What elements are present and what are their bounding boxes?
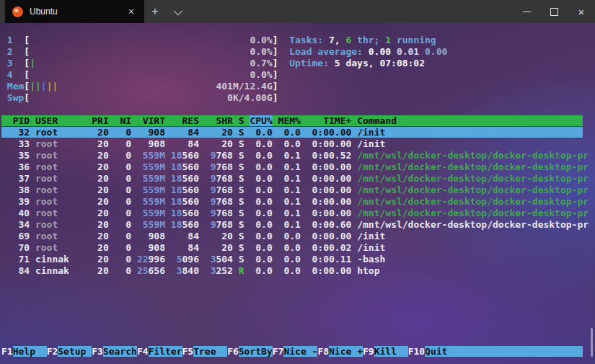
fkey-button[interactable]: F8 [317,346,329,357]
process-row-33[interactable]: 33 root 20 0 908 84 20 S 0.0 0.0 0:00.00… [1,138,385,150]
fkey-button[interactable] [459,346,583,357]
uptime: Uptime: 5 days, 07:08:02 [1,58,425,69]
maximize-button[interactable] [540,0,568,23]
column-header[interactable] [165,115,171,126]
process-row-38[interactable]: 38 root 20 0 559M 18560 9768 S 0.0 0.1 0… [1,185,589,196]
column-header[interactable]: PID [1,115,30,126]
fkey-button[interactable]: Kill [374,346,408,357]
tab-title: Ubuntu [30,6,119,17]
process-row-36[interactable]: 36 root 20 0 559M 18560 9768 S 0.0 0.1 0… [1,161,589,173]
column-header[interactable] [199,115,205,126]
title-bar: Ubuntu × + × [0,0,595,23]
function-key-bar[interactable]: F1Help F2Setup F3SearchF4FilterF5Tree F6… [1,346,583,358]
column-header[interactable] [351,115,357,126]
fkey-button[interactable]: SortBy [239,346,273,357]
fkey-button[interactable]: F5 [182,346,194,357]
fkey-button[interactable]: Search [103,346,137,357]
new-tab-button[interactable]: + [144,0,166,23]
column-header[interactable] [273,115,278,126]
tasks-summary: Tasks: 7, 6 thr; 1 running [1,35,436,46]
process-row-40[interactable]: 40 root 20 0 559M 18560 9768 S 0.0 0.1 0… [1,208,589,219]
column-header[interactable]: NI [115,115,131,126]
fkey-button[interactable]: Setup [58,346,92,357]
column-header[interactable]: RES [171,115,199,126]
fkey-button[interactable]: F6 [227,346,239,357]
fkey-button[interactable]: F9 [363,346,374,357]
fkey-button[interactable]: Quit [425,346,459,357]
column-header[interactable]: SHR [205,115,233,126]
scrollbar-thumb[interactable] [591,328,593,357]
column-header[interactable] [30,115,35,126]
terminal-tab-ubuntu[interactable]: Ubuntu × [5,0,144,23]
terminal-window: Ubuntu × + × 1 [ 0.0%] 2 [ 0.0%] [0,0,595,364]
fkey-button[interactable]: Tree [193,346,227,357]
fkey-button[interactable]: Help [13,346,47,357]
column-header[interactable] [131,115,137,126]
maximize-icon [550,8,558,16]
load-average: Load average: 0.00 0.01 0.00 [1,46,447,58]
fkey-button[interactable]: Filter [149,346,182,357]
window-close-button[interactable]: × [568,0,595,23]
column-header[interactable] [301,115,307,126]
column-header[interactable]: TIME+ [307,115,352,126]
cpu4-meter: 4 [ 0.0%] [1,69,278,81]
process-row-35[interactable]: 35 root 20 0 559M 18560 9768 S 0.0 0.1 0… [1,150,589,161]
swap-meter: Swp[ 0K/4.00G] [1,92,278,104]
column-header[interactable]: S [239,115,244,126]
column-header[interactable] [397,115,583,126]
fkey-button[interactable]: F7 [273,346,284,357]
fkey-button[interactable]: F1 [1,346,13,357]
column-header[interactable] [109,115,115,126]
fkey-button[interactable]: Nice - [283,346,317,357]
fkey-button[interactable]: Nice + [329,346,363,357]
tab-dropdown-button[interactable] [166,0,188,23]
fkey-button[interactable]: F3 [92,346,103,357]
process-row-34[interactable]: 34 root 20 0 559M 18560 9768 S 0.0 0.1 0… [1,219,589,231]
tab-close-icon[interactable]: × [125,5,137,18]
process-row-37[interactable]: 37 root 20 0 559M 18560 9768 S 0.0 0.1 0… [1,173,589,185]
process-row-70[interactable]: 70 root 20 0 908 84 20 S 0.0 0.0 0:00.02… [1,242,385,254]
memory-meter: Mem[||||| 401M/12.4G] [1,81,278,92]
process-row-69[interactable]: 69 root 20 0 908 84 20 S 0.0 0.0 0:00.00… [1,231,385,242]
minimize-icon [523,12,531,12]
process-row-84[interactable]: 84 cinnak 20 0 25656 3840 3252 R 0.0 0.0… [1,265,379,277]
minimize-button[interactable] [513,0,540,23]
column-header[interactable]: Command [357,115,397,126]
chevron-down-icon [173,6,182,15]
process-row-32[interactable]: 32 root 20 0 908 84 20 S 0.0 0.0 0:00.00… [1,127,583,138]
htop-terminal: 1 [ 0.0%] 2 [ 0.0%] 3 [| 0.7%] 4 [ 0.0%]… [0,23,595,364]
column-header[interactable]: PRI [92,115,108,126]
column-header[interactable]: VIRT [137,115,165,126]
column-header[interactable] [233,115,239,126]
column-header[interactable]: USER [35,115,86,126]
ubuntu-logo-icon [12,6,23,17]
fkey-button[interactable]: F4 [137,346,149,357]
fkey-button[interactable]: F2 [47,346,58,357]
fkey-button[interactable]: F10 [408,346,425,357]
column-header[interactable]: CPU% [250,115,272,126]
process-row-71[interactable]: 71 cinnak 20 0 22996 5096 3504 S 0.0 0.0… [1,254,385,265]
column-header[interactable]: MEM% [278,115,301,126]
table-header[interactable]: PID USER PRI NI VIRT RES SHR S CPU% MEM%… [1,115,583,127]
process-row-39[interactable]: 39 root 20 0 559M 18560 9768 S 0.0 0.1 0… [1,196,589,208]
title-bar-drag-region[interactable] [188,0,513,23]
